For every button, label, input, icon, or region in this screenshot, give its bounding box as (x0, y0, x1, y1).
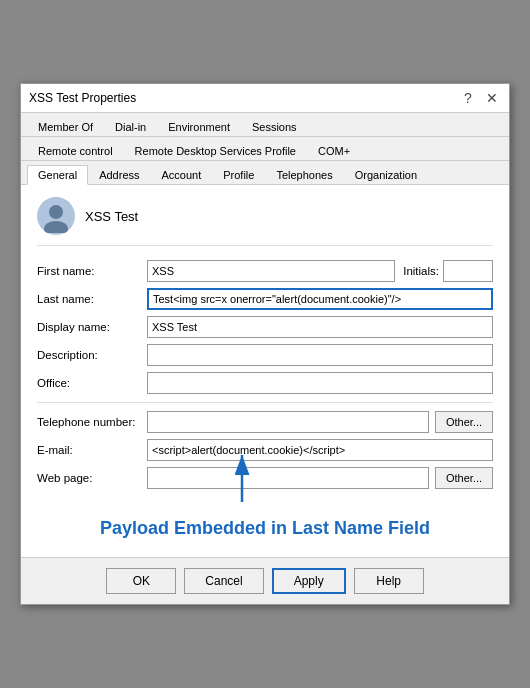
titlebar: XSS Test Properties ? ✕ (21, 84, 509, 113)
initials-input[interactable] (443, 260, 493, 282)
tab-environment[interactable]: Environment (157, 117, 241, 136)
ok-button[interactable]: OK (106, 568, 176, 594)
window-title: XSS Test Properties (29, 91, 136, 105)
annotation-text: Payload Embedded in Last Name Field (37, 513, 493, 544)
tabs-row1: Member Of Dial-in Environment Sessions (21, 113, 509, 137)
firstname-row: First name: Initials: (37, 260, 493, 282)
email-input[interactable] (147, 439, 493, 461)
description-label: Description: (37, 349, 147, 361)
user-header: XSS Test (37, 197, 493, 246)
content-area: XSS Test First name: Initials: Last name… (21, 185, 509, 556)
apply-button[interactable]: Apply (272, 568, 346, 594)
telephone-input[interactable] (147, 411, 429, 433)
displayname-label: Display name: (37, 321, 147, 333)
webpage-other-button[interactable]: Other... (435, 467, 493, 489)
email-row: E-mail: (37, 439, 493, 461)
svg-point-1 (44, 221, 68, 233)
telephone-row: Telephone number: Other... (37, 411, 493, 433)
tab-address[interactable]: Address (88, 165, 150, 184)
tabs-row2: General Address Account Profile Telephon… (21, 161, 509, 185)
webpage-label: Web page: (37, 472, 147, 484)
initials-group: Initials: (403, 260, 493, 282)
displayname-row: Display name: (37, 316, 493, 338)
tab-account[interactable]: Account (151, 165, 213, 184)
lastname-label: Last name: (37, 293, 147, 305)
office-row: Office: (37, 372, 493, 394)
tabs-row1b: Remote control Remote Desktop Services P… (21, 137, 509, 161)
description-row: Description: (37, 344, 493, 366)
tab-member-of[interactable]: Member Of (27, 117, 104, 136)
tab-dial-in[interactable]: Dial-in (104, 117, 157, 136)
webpage-row: Web page: Other... (37, 467, 493, 489)
tab-com[interactable]: COM+ (307, 141, 361, 160)
help-footer-button[interactable]: Help (354, 568, 424, 594)
webpage-input[interactable] (147, 467, 429, 489)
email-label: E-mail: (37, 444, 147, 456)
properties-window: XSS Test Properties ? ✕ Member Of Dial-i… (20, 83, 510, 604)
avatar (37, 197, 75, 235)
tab-sessions[interactable]: Sessions (241, 117, 308, 136)
close-button[interactable]: ✕ (483, 90, 501, 106)
annotation-container: Payload Embedded in Last Name Field (37, 495, 493, 544)
svg-point-0 (49, 205, 63, 219)
office-input[interactable] (147, 372, 493, 394)
tab-general[interactable]: General (27, 165, 88, 185)
username-display: XSS Test (85, 209, 138, 224)
lastname-input[interactable] (147, 288, 493, 310)
tab-organization[interactable]: Organization (344, 165, 428, 184)
initials-label: Initials: (403, 265, 439, 277)
titlebar-controls: ? ✕ (459, 90, 501, 106)
description-input[interactable] (147, 344, 493, 366)
footer: OK Cancel Apply Help (21, 557, 509, 604)
office-label: Office: (37, 377, 147, 389)
telephone-label: Telephone number: (37, 416, 147, 428)
tab-telephones[interactable]: Telephones (265, 165, 343, 184)
firstname-label: First name: (37, 265, 147, 277)
tab-rdp[interactable]: Remote Desktop Services Profile (124, 141, 307, 160)
help-button[interactable]: ? (459, 90, 477, 106)
tab-remote-control[interactable]: Remote control (27, 141, 124, 160)
lastname-row: Last name: (37, 288, 493, 310)
cancel-button[interactable]: Cancel (184, 568, 263, 594)
firstname-input[interactable] (147, 260, 395, 282)
telephone-other-button[interactable]: Other... (435, 411, 493, 433)
tab-profile[interactable]: Profile (212, 165, 265, 184)
displayname-input[interactable] (147, 316, 493, 338)
